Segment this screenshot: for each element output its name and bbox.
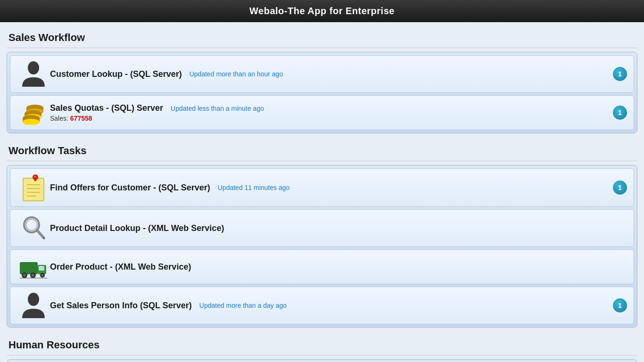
product-detail-icon-area — [17, 214, 50, 242]
customer-lookup-updated: Updated more than an hour ago — [190, 70, 283, 78]
product-detail-text: Product Detail Lookup - (XML Web Service… — [50, 223, 627, 233]
human-resources-container: JUNE 1 2 3 4 — [7, 359, 637, 362]
magnifying-glass-icon — [21, 214, 46, 242]
customer-lookup-title: Customer Lookup - (SQL Server) — [50, 69, 182, 79]
section-header-human-resources: Human Resources — [7, 334, 637, 355]
app-title: Webalo-The App for Enterprise — [249, 6, 395, 16]
svg-point-32 — [28, 293, 39, 306]
svg-rect-10 — [23, 178, 44, 201]
get-sales-person-badge: 1 — [613, 298, 627, 313]
svg-rect-24 — [39, 266, 44, 271]
order-product-icon-area — [17, 255, 50, 279]
svg-point-26 — [23, 274, 26, 277]
list-item-sales-quotas[interactable]: Sales Quotas - (SQL) Server Updated less… — [10, 95, 634, 130]
sales-quotas-updated: Updated less than a minute ago — [171, 105, 264, 112]
workflow-tasks-container: Find Offers for Customer - (SQL Server) … — [7, 165, 637, 328]
sales-value: 677558 — [70, 115, 92, 122]
sales-quotas-title: Sales Quotas - (SQL) Server — [50, 103, 163, 113]
get-sales-person-updated: Updated more than a day ago — [199, 302, 287, 309]
person-dark-icon — [21, 292, 46, 319]
svg-point-0 — [28, 61, 39, 74]
person-icon — [21, 60, 46, 88]
order-product-title: Order Product - (XML Web Service) — [50, 262, 191, 272]
svg-point-19 — [26, 219, 37, 230]
notepad-icon — [20, 173, 47, 202]
order-product-text: Order Product - (XML Web Service) — [50, 262, 627, 272]
svg-point-30 — [41, 274, 44, 277]
customer-lookup-badge: 1 — [613, 67, 627, 81]
get-sales-person-title: Get Sales Person Info (SQL Server) — [50, 301, 192, 311]
coins-icon — [20, 100, 47, 125]
find-offers-updated: Updated 11 minutes ago — [218, 184, 290, 191]
sales-quotas-text: Sales Quotas - (SQL) Server Updated less… — [50, 103, 608, 122]
customer-lookup-icon-area — [17, 60, 50, 88]
list-item-get-sales-person[interactable]: Get Sales Person Info (SQL Server) Updat… — [10, 287, 634, 324]
find-offers-badge: 1 — [613, 181, 627, 195]
get-sales-person-icon-area — [17, 292, 50, 319]
customer-lookup-text: Customer Lookup - (SQL Server) Updated m… — [50, 69, 608, 79]
main-content: Sales Workflow Customer Lookup - (SQL Se… — [0, 22, 644, 362]
product-detail-title: Product Detail Lookup - (XML Web Service… — [50, 223, 224, 233]
svg-point-28 — [32, 274, 34, 277]
truck-icon — [19, 255, 48, 279]
app-header: Webalo-The App for Enterprise — [0, 0, 644, 22]
list-item-order-product[interactable]: Order Product - (XML Web Service) — [10, 249, 634, 284]
svg-rect-17 — [34, 177, 36, 181]
svg-rect-22 — [20, 262, 38, 274]
sales-quotas-icon-area — [17, 100, 50, 125]
list-item-find-offers[interactable]: Find Offers for Customer - (SQL Server) … — [10, 168, 634, 207]
svg-line-21 — [37, 230, 43, 237]
find-offers-icon-area — [17, 173, 50, 202]
sales-quotas-badge: 1 — [613, 106, 627, 120]
sales-workflow-container: Customer Lookup - (SQL Server) Updated m… — [7, 52, 637, 133]
list-item-customer-lookup[interactable]: Customer Lookup - (SQL Server) Updated m… — [10, 55, 634, 93]
sales-quotas-subtitle: Sales: 677558 — [50, 115, 608, 122]
find-offers-title: Find Offers for Customer - (SQL Server) — [50, 183, 210, 193]
section-header-sales-workflow: Sales Workflow — [7, 27, 637, 48]
get-sales-person-text: Get Sales Person Info (SQL Server) Updat… — [50, 301, 608, 311]
section-header-workflow-tasks: Workflow Tasks — [7, 140, 637, 161]
list-item-product-detail[interactable]: Product Detail Lookup - (XML Web Service… — [10, 209, 634, 247]
find-offers-text: Find Offers for Customer - (SQL Server) … — [50, 183, 608, 193]
